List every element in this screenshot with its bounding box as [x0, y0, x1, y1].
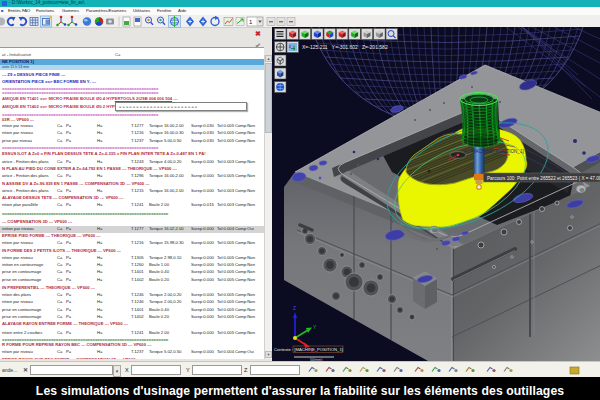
svg-text:X=-125.211 Y=-301.602 Z=-2: X=-125.211 Y=-301.602 Z=-201.582	[302, 44, 388, 50]
svg-text:Parcours 100: Point entre 265: Parcours 100: Point entre 265522 et 2655…	[487, 176, 600, 181]
svg-text:Contexte : [MACHINE_POSITION_1: Contexte : [MACHINE_POSITION_1]	[274, 347, 343, 352]
svg-text:e : [MACHINE_POSITION_1]: e : [MACHINE_POSITION_1]	[464, 149, 524, 154]
svg-text:Z: Z	[293, 305, 296, 311]
